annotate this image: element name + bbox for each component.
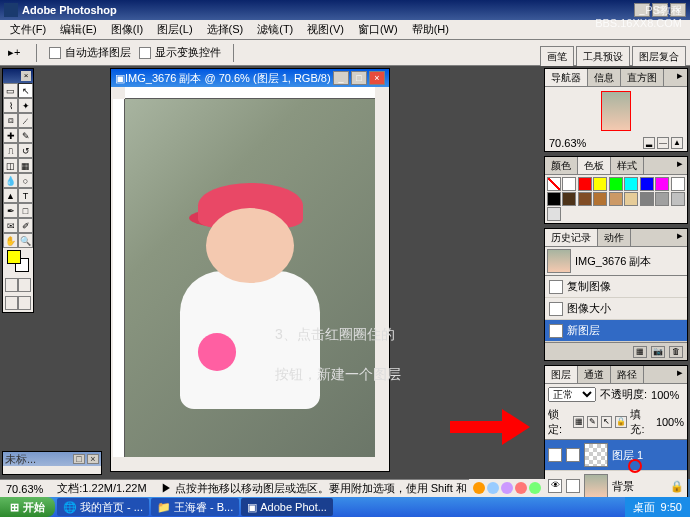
doc-close[interactable]: ×	[369, 71, 385, 85]
tab-navigator[interactable]: 导航器	[545, 69, 588, 86]
quickmask-mode[interactable]	[18, 278, 31, 292]
new-doc-from-state-icon[interactable]: ▦	[633, 346, 647, 358]
swatch-13[interactable]	[624, 192, 638, 206]
menu-select[interactable]: 选择(S)	[201, 20, 250, 39]
zoom-tool[interactable]: 🔍	[18, 233, 33, 248]
new-snapshot-icon[interactable]: 📷	[651, 346, 665, 358]
tab-actions[interactable]: 动作	[598, 229, 631, 246]
color-picker[interactable]	[3, 248, 33, 276]
desktop-icon[interactable]: 桌面	[633, 500, 655, 515]
sb-icon-4[interactable]	[515, 482, 527, 494]
lock-move-icon[interactable]: ↖	[601, 416, 612, 428]
brush-tool[interactable]: ✎	[18, 128, 33, 143]
layer-thumbnail[interactable]	[584, 443, 608, 467]
swatch-2[interactable]	[593, 177, 607, 191]
tab-histogram[interactable]: 直方图	[621, 69, 664, 86]
swatch-none[interactable]	[547, 177, 561, 191]
standard-mode[interactable]	[5, 278, 18, 292]
auto-select-checkbox[interactable]: 自动选择图层	[49, 45, 131, 60]
swatch-4[interactable]	[624, 177, 638, 191]
link-icon[interactable]	[566, 448, 580, 462]
tab-history[interactable]: 历史记录	[545, 229, 598, 246]
sb-icon-2[interactable]	[487, 482, 499, 494]
swatch-1[interactable]	[578, 177, 592, 191]
layers-menu[interactable]: ▸	[673, 366, 687, 383]
tab-styles[interactable]: 样式	[611, 157, 644, 174]
canvas[interactable]	[125, 99, 375, 457]
visibility-icon[interactable]: 👁	[548, 479, 562, 493]
tab-swatches[interactable]: 色板	[578, 157, 611, 174]
doc-minimize[interactable]: _	[333, 71, 349, 85]
lasso-tool[interactable]: ⌇	[3, 98, 18, 113]
path-select-tool[interactable]: ▲	[3, 188, 18, 203]
document-titlebar[interactable]: ▣ IMG_3676 副本 @ 70.6% (图层 1, RGB/8) _ □ …	[111, 69, 389, 87]
mini-restore[interactable]: □	[73, 454, 85, 464]
task-item-3[interactable]: ▣Adobe Phot...	[241, 498, 333, 516]
history-item[interactable]: 复制图像	[545, 276, 687, 298]
slice-tool[interactable]: ⟋	[18, 113, 33, 128]
layer-comps-well[interactable]: 图层复合	[632, 46, 686, 68]
history-menu[interactable]: ▸	[673, 229, 687, 246]
tab-color[interactable]: 颜色	[545, 157, 578, 174]
status-zoom[interactable]: 70.63%	[6, 483, 43, 495]
wand-tool[interactable]: ✦	[18, 98, 33, 113]
task-item-2[interactable]: 📁王海睿 - B...	[151, 498, 239, 516]
navigator-zoom-value[interactable]: 70.63%	[549, 137, 586, 149]
show-bounding-checkbox[interactable]: 显示变换控件	[139, 45, 221, 60]
stamp-tool[interactable]: ⎍	[3, 143, 18, 158]
navigator-menu[interactable]: ▸	[673, 69, 687, 86]
history-item[interactable]: 新图层	[545, 320, 687, 342]
swatch-8[interactable]	[547, 192, 561, 206]
menu-help[interactable]: 帮助(H)	[406, 20, 455, 39]
system-tray[interactable]: 桌面 9:50	[625, 497, 690, 517]
tab-layers[interactable]: 图层	[545, 366, 578, 383]
mini-close[interactable]: ×	[87, 454, 99, 464]
swatch-6[interactable]	[655, 177, 669, 191]
menu-layer[interactable]: 图层(L)	[151, 20, 198, 39]
menu-file[interactable]: 文件(F)	[4, 20, 52, 39]
sb-icon-1[interactable]	[473, 482, 485, 494]
screen-full-menu[interactable]	[18, 296, 31, 310]
minimized-document[interactable]: 未标... □ ×	[2, 451, 102, 475]
history-brush-tool[interactable]: ↺	[18, 143, 33, 158]
swatch-0[interactable]	[562, 177, 576, 191]
status-docsize[interactable]: 文档:1.22M/1.22M	[57, 481, 146, 496]
ruler-horizontal[interactable]	[125, 87, 375, 99]
start-button[interactable]: ⊞ 开始	[0, 497, 55, 517]
notes-tool[interactable]: ✉	[3, 218, 18, 233]
gradient-tool[interactable]: ▦	[18, 158, 33, 173]
swatch-17[interactable]	[547, 207, 561, 221]
history-item[interactable]: 图像大小	[545, 298, 687, 320]
type-tool[interactable]: T	[18, 188, 33, 203]
hand-tool[interactable]: ✋	[3, 233, 18, 248]
menu-filter[interactable]: 滤镜(T)	[251, 20, 299, 39]
navigator-thumbnail[interactable]	[601, 91, 631, 131]
blend-mode-select[interactable]: 正常	[548, 387, 596, 402]
tab-info[interactable]: 信息	[588, 69, 621, 86]
tab-paths[interactable]: 路径	[611, 366, 644, 383]
clock[interactable]: 9:50	[661, 501, 682, 513]
crop-tool[interactable]: ⧈	[3, 113, 18, 128]
swatch-16[interactable]	[671, 192, 685, 206]
brushes-well[interactable]: 画笔	[540, 46, 574, 68]
lock-all-icon[interactable]: 🔒	[615, 416, 627, 428]
doc-maximize[interactable]: □	[351, 71, 367, 85]
swatch-12[interactable]	[609, 192, 623, 206]
foreground-color[interactable]	[7, 250, 21, 264]
fill-value[interactable]: 100%	[656, 416, 684, 428]
swatch-11[interactable]	[593, 192, 607, 206]
zoom-out-icon[interactable]: ▂	[643, 137, 655, 149]
swatch-3[interactable]	[609, 177, 623, 191]
swatch-15[interactable]	[655, 192, 669, 206]
layer-thumbnail[interactable]	[584, 474, 608, 498]
sb-icon-5[interactable]	[529, 482, 541, 494]
toolbox-close[interactable]: ×	[21, 71, 31, 81]
lock-paint-icon[interactable]: ✎	[587, 416, 598, 428]
swatch-9[interactable]	[562, 192, 576, 206]
swatch-10[interactable]	[578, 192, 592, 206]
document-window[interactable]: ▣ IMG_3676 副本 @ 70.6% (图层 1, RGB/8) _ □ …	[110, 68, 390, 472]
zoom-in-icon[interactable]: ▲	[671, 137, 683, 149]
menu-view[interactable]: 视图(V)	[301, 20, 350, 39]
dodge-tool[interactable]: ○	[18, 173, 33, 188]
healing-tool[interactable]: ✚	[3, 128, 18, 143]
